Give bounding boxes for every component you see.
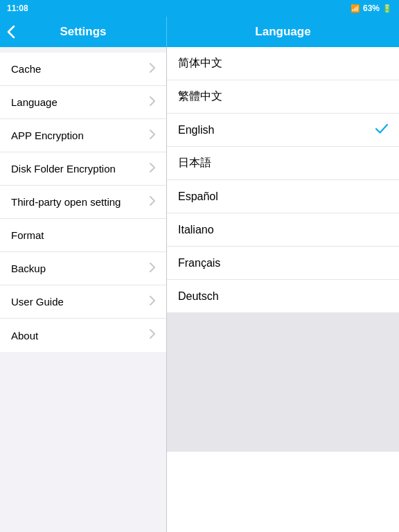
settings-item-format[interactable]: Format <box>0 219 166 252</box>
language-item-español[interactable]: Español <box>167 180 399 213</box>
settings-item-app-encryption[interactable]: APP Encryption <box>0 119 166 152</box>
wifi-icon: 📶 <box>351 4 360 13</box>
settings-item-label: Language <box>11 96 57 108</box>
status-icons: 📶 63% 🔋 <box>351 3 392 13</box>
chevron-right-icon <box>150 130 155 142</box>
chevron-right-icon <box>150 96 155 109</box>
language-label: 繁體中文 <box>178 89 222 104</box>
language-panel: 简体中文繁體中文English日本語EspañolItalianoFrançai… <box>167 47 399 532</box>
battery-icon: 🔋 <box>382 4 392 13</box>
settings-item-label: Format <box>11 229 44 241</box>
language-label: English <box>178 124 214 136</box>
language-label: 日本語 <box>178 156 211 170</box>
language-item-italiano[interactable]: Italiano <box>167 213 399 247</box>
language-item-日本語[interactable]: 日本語 <box>167 147 399 180</box>
settings-group: CacheLanguageAPP EncryptionDisk Folder E… <box>0 53 166 352</box>
settings-item-backup[interactable]: Backup <box>0 252 166 285</box>
language-title: Language <box>255 25 310 39</box>
chevron-right-icon <box>150 263 155 275</box>
status-time: 11:08 <box>7 3 28 13</box>
settings-item-label: Cache <box>11 63 41 75</box>
chevron-right-icon <box>150 196 155 209</box>
checkmark-icon <box>375 123 388 137</box>
settings-item-user-guide[interactable]: User Guide <box>0 285 166 319</box>
back-button[interactable] <box>7 25 15 39</box>
settings-item-label: APP Encryption <box>11 130 84 141</box>
language-item-简体中文[interactable]: 简体中文 <box>167 47 399 80</box>
language-item-deutsch[interactable]: Deutsch <box>167 280 399 313</box>
settings-item-label: Disk Folder Encryption <box>11 163 116 175</box>
nav-bar: Settings Language <box>0 17 399 47</box>
settings-item-cache[interactable]: Cache <box>0 53 166 86</box>
gray-bottom-area <box>167 313 399 452</box>
language-item-english[interactable]: English <box>167 114 399 147</box>
settings-item-label: About <box>11 330 38 342</box>
language-label: Français <box>178 257 220 269</box>
chevron-right-icon <box>150 163 155 175</box>
language-label: Deutsch <box>178 290 219 303</box>
chevron-right-icon <box>150 329 155 342</box>
settings-panel: CacheLanguageAPP EncryptionDisk Folder E… <box>0 47 167 532</box>
status-bar: 11:08 📶 63% 🔋 <box>0 0 399 17</box>
chevron-right-icon <box>150 296 155 308</box>
language-item-français[interactable]: Français <box>167 247 399 280</box>
settings-item-label: Third-party open setting <box>11 196 121 208</box>
nav-right-panel: Language <box>167 17 399 47</box>
language-label: Italiano <box>178 224 214 236</box>
settings-item-third-party-open-setting[interactable]: Third-party open setting <box>0 186 166 219</box>
settings-item-label: User Guide <box>11 296 64 308</box>
settings-item-language[interactable]: Language <box>0 86 166 119</box>
content-area: CacheLanguageAPP EncryptionDisk Folder E… <box>0 47 399 532</box>
settings-item-about[interactable]: About <box>0 319 166 352</box>
settings-item-label: Backup <box>11 263 46 274</box>
nav-left-panel: Settings <box>0 17 167 47</box>
chevron-right-icon <box>150 63 155 76</box>
back-arrow-icon <box>7 25 15 39</box>
settings-item-disk-folder-encryption[interactable]: Disk Folder Encryption <box>0 152 166 186</box>
settings-title: Settings <box>60 25 106 39</box>
language-label: 简体中文 <box>178 56 222 71</box>
battery-percentage: 63% <box>363 3 380 13</box>
language-label: Español <box>178 190 218 203</box>
language-item-繁體中文[interactable]: 繁體中文 <box>167 80 399 114</box>
